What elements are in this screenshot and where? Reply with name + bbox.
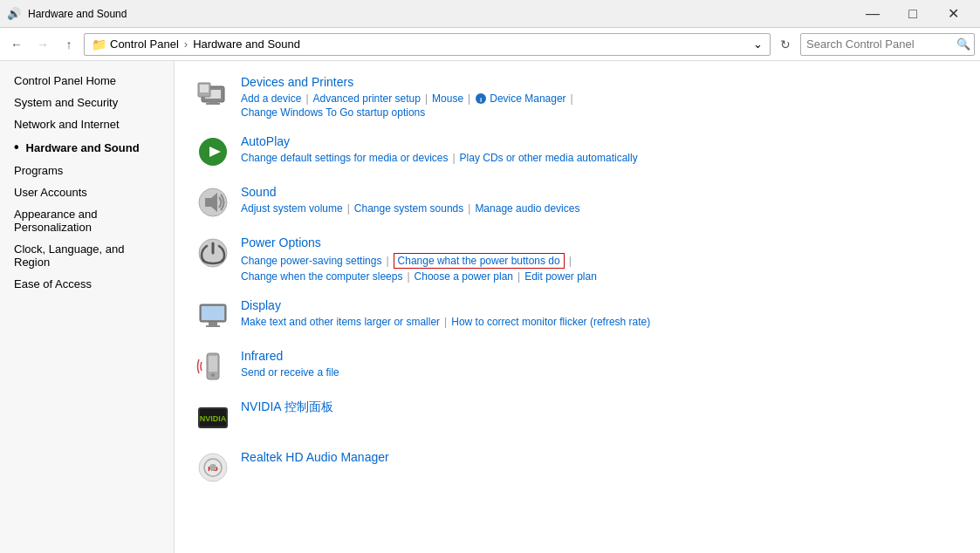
choose-power-plan-link[interactable]: Choose a power plan <box>415 270 513 283</box>
sidebar-item-appearance[interactable]: Appearance and Personalization <box>0 203 174 238</box>
svg-point-19 <box>211 373 215 377</box>
sidebar-item-programs[interactable]: Programs <box>0 160 174 181</box>
infrared-content: Infrared Send or receive a file <box>241 349 959 379</box>
change-power-saving-link[interactable]: Change power-saving settings <box>241 255 381 267</box>
autoplay-icon <box>195 134 230 169</box>
title-bar-controls: — □ ✕ <box>853 0 973 28</box>
search-box[interactable]: 🔍 <box>800 33 975 56</box>
change-default-settings-link[interactable]: Change default settings for media or dev… <box>241 152 448 164</box>
close-button[interactable]: ✕ <box>933 0 973 28</box>
add-device-link[interactable]: Add a device <box>241 92 301 105</box>
sound-content: Sound Adjust system volume | Change syst… <box>241 185 959 215</box>
infrared-icon <box>195 349 230 384</box>
infrared-title[interactable]: Infrared <box>241 349 959 363</box>
devices-printers-icon <box>195 75 230 110</box>
search-icon: 🔍 <box>956 38 970 51</box>
address-bar: ← → ↑ 📁 Control Panel › Hardware and Sou… <box>0 28 980 61</box>
sound-icon <box>195 185 230 220</box>
autoplay-links: Change default settings for media or dev… <box>241 152 959 164</box>
sound-title[interactable]: Sound <box>241 185 959 199</box>
power-options-links: Change power-saving settings | Change wh… <box>241 253 959 269</box>
main: Control Panel Home System and Security N… <box>0 61 980 553</box>
svg-rect-14 <box>202 306 224 320</box>
correct-flicker-link[interactable]: How to correct monitor flicker (refresh … <box>451 316 650 328</box>
power-options-icon <box>195 236 230 270</box>
folder-icon: 📁 <box>92 38 106 51</box>
nvidia-title[interactable]: NVIDIA 控制面板 <box>241 399 959 415</box>
mouse-link[interactable]: Mouse <box>432 92 463 105</box>
svg-text:NVIDIA: NVIDIA <box>200 414 227 423</box>
realtek-title[interactable]: Realtek HD Audio Manager <box>241 450 959 464</box>
nvidia-icon: NVIDIA <box>195 399 230 434</box>
sidebar-item-control-panel-home[interactable]: Control Panel Home <box>0 70 174 92</box>
change-when-sleeps-link[interactable]: Change when the computer sleeps <box>241 270 402 283</box>
autoplay-content: AutoPlay Change default settings for med… <box>241 134 959 164</box>
title-bar: 🔊 Hardware and Sound — □ ✕ <box>0 0 980 28</box>
sidebar: Control Panel Home System and Security N… <box>0 61 175 553</box>
section-nvidia: NVIDIA NVIDIA 控制面板 <box>195 399 959 434</box>
section-autoplay: AutoPlay Change default settings for med… <box>195 134 959 169</box>
minimize-button[interactable]: — <box>853 0 893 28</box>
svg-rect-3 <box>206 103 220 105</box>
sidebar-item-ease[interactable]: Ease of Access <box>0 273 174 295</box>
section-devices-printers: Devices and Printers Add a device | Adva… <box>195 75 959 119</box>
svg-rect-15 <box>209 322 217 325</box>
address-text: Control Panel › Hardware and Sound <box>110 38 300 51</box>
title-bar-title: Hardware and Sound <box>28 8 127 20</box>
display-content: Display Make text and other items larger… <box>241 298 959 328</box>
svg-rect-2 <box>209 99 217 103</box>
sidebar-item-clock[interactable]: Clock, Language, and Region <box>0 238 174 273</box>
autoplay-title[interactable]: AutoPlay <box>241 134 959 148</box>
make-text-larger-link[interactable]: Make text and other items larger or smal… <box>241 316 440 328</box>
advanced-printer-setup-link[interactable]: Advanced printer setup <box>313 92 421 105</box>
sidebar-item-system-security[interactable]: System and Security <box>0 92 174 113</box>
realtek-icon: HD <box>195 450 230 485</box>
devices-printers-content: Devices and Printers Add a device | Adva… <box>241 75 959 119</box>
realtek-content: Realtek HD Audio Manager <box>241 450 959 468</box>
nvidia-content: NVIDIA 控制面板 <box>241 399 959 419</box>
sidebar-item-user-accounts[interactable]: User Accounts <box>0 181 174 203</box>
content-area: Devices and Printers Add a device | Adva… <box>175 61 980 553</box>
title-bar-icon: 🔊 <box>7 7 21 21</box>
send-receive-file-link[interactable]: Send or receive a file <box>241 366 339 379</box>
section-power-options: Power Options Change power-saving settin… <box>195 236 959 283</box>
section-sound: Sound Adjust system volume | Change syst… <box>195 185 959 220</box>
search-input[interactable] <box>806 38 953 51</box>
play-cds-link[interactable]: Play CDs or other media automatically <box>460 152 638 164</box>
forward-button[interactable]: → <box>31 33 54 56</box>
adjust-volume-link[interactable]: Adjust system volume <box>241 202 343 215</box>
power-options-content: Power Options Change power-saving settin… <box>241 236 959 283</box>
section-realtek: HD Realtek HD Audio Manager <box>195 450 959 485</box>
address-path[interactable]: 📁 Control Panel › Hardware and Sound ⌄ <box>84 33 771 56</box>
display-links: Make text and other items larger or smal… <box>241 316 959 328</box>
devices-printers-links: Add a device | Advanced printer setup | … <box>241 92 959 105</box>
section-display: Display Make text and other items larger… <box>195 298 959 333</box>
sidebar-item-network-internet[interactable]: Network and Internet <box>0 113 174 135</box>
svg-rect-16 <box>206 325 220 327</box>
address-hardware-sound[interactable]: Hardware and Sound <box>193 38 300 51</box>
address-dropdown[interactable]: ⌄ <box>753 38 763 51</box>
back-button[interactable]: ← <box>5 33 28 56</box>
infrared-links: Send or receive a file <box>241 366 959 379</box>
refresh-button[interactable]: ↻ <box>774 33 797 56</box>
manage-audio-link[interactable]: Manage audio devices <box>475 202 579 215</box>
sound-links: Adjust system volume | Change system sou… <box>241 202 959 215</box>
display-icon <box>195 298 230 333</box>
section-infrared: Infrared Send or receive a file <box>195 349 959 384</box>
display-title[interactable]: Display <box>241 298 959 312</box>
up-button[interactable]: ↑ <box>58 33 80 56</box>
sidebar-item-hardware-sound[interactable]: Hardware and Sound <box>0 135 174 160</box>
windows-to-go-link[interactable]: Change Windows To Go startup options <box>241 106 425 119</box>
devices-printers-title[interactable]: Devices and Printers <box>241 75 959 89</box>
svg-point-26 <box>209 464 216 471</box>
svg-rect-5 <box>200 85 209 92</box>
maximize-button[interactable]: □ <box>893 0 933 28</box>
svg-rect-18 <box>209 356 217 372</box>
device-manager-link[interactable]: Device Manager <box>490 92 565 105</box>
change-power-buttons-link[interactable]: Change what the power buttons do <box>394 253 565 269</box>
svg-text:i: i <box>480 96 482 104</box>
power-options-title[interactable]: Power Options <box>241 236 959 249</box>
edit-power-plan-link[interactable]: Edit power plan <box>524 270 597 283</box>
change-sounds-link[interactable]: Change system sounds <box>354 202 463 215</box>
address-control-panel[interactable]: Control Panel <box>110 38 179 51</box>
